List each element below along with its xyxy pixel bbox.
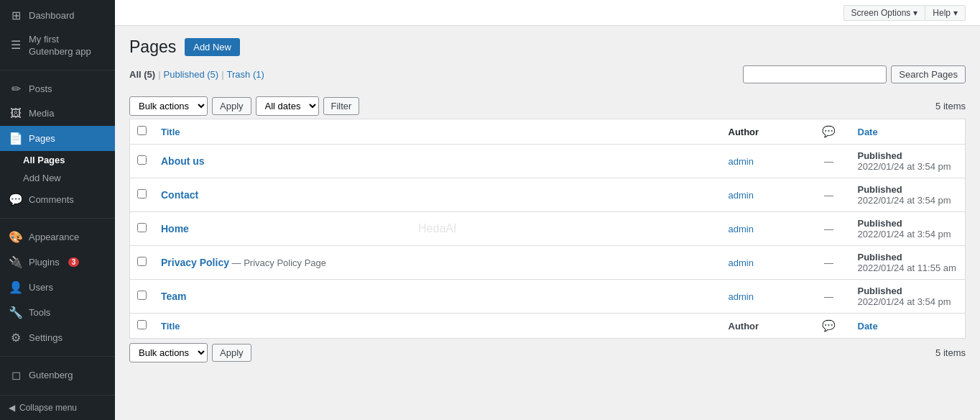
row-checkbox-cell [130,212,154,246]
comments-header: 💬 [808,119,851,145]
row-comment-cell: — [808,246,851,280]
search-input[interactable] [743,65,887,83]
sidebar-item-label: Dashboard [29,10,75,21]
sidebar-item-settings[interactable]: ⚙ Settings [0,325,115,350]
author-link[interactable]: admin [729,224,754,234]
sidebar-item-users[interactable]: 👤 Users [0,275,115,300]
row-checkbox-cell [130,280,154,314]
comment-dash: — [824,257,833,268]
bulk-actions-select-top[interactable]: Bulk actions [129,96,208,116]
pages-icon: 📄 [9,132,23,145]
row-checkbox[interactable] [137,189,147,198]
page-title-link[interactable]: Contact [161,189,198,201]
table-body: About us admin — Published 2022/01/24 at… [130,145,966,314]
author-link[interactable]: admin [729,257,754,268]
search-pages-button[interactable]: Search Pages [891,65,966,83]
row-checkbox[interactable] [137,223,147,232]
title-sort-link[interactable]: Title [161,127,180,137]
page-header: Pages Add New [129,37,966,57]
select-all-header [130,119,154,145]
sidebar-item-tools[interactable]: 🔧 Tools [0,300,115,325]
date-footer-header[interactable]: Date [851,314,966,339]
help-chevron-icon: ▾ [953,8,958,18]
dates-select[interactable]: All dates [256,96,319,116]
comments-icon: 💬 [9,193,23,206]
row-comment-cell: — [808,212,851,246]
date-header[interactable]: Date [851,119,966,145]
row-comment-cell: — [808,145,851,178]
gutenberg-icon: ◻ [9,368,23,382]
comments-footer-header: 💬 [808,314,851,339]
add-new-button[interactable]: Add New [185,38,240,56]
help-label: Help [933,8,951,18]
table-row: Contact admin — Published 2022/01/24 at … [130,178,966,212]
row-author-cell: admin [721,280,808,314]
author-link[interactable]: admin [729,291,754,302]
sidebar-item-label: Plugins [29,257,60,268]
date-status: Published [858,184,902,195]
filter-published[interactable]: Published (5) [164,69,219,80]
select-all-footer [130,314,154,339]
sidebar-item-plugins[interactable]: 🔌 Plugins 3 [0,250,115,275]
date-status: Published [858,150,902,161]
bulk-actions-select-bottom[interactable]: Bulk actions [129,343,208,362]
row-checkbox[interactable] [137,257,147,266]
page-title-suffix: — Privacy Policy Page [229,257,326,268]
sidebar-item-label: Gutenberg [29,370,73,380]
sidebar-sub-item-all-pages[interactable]: All Pages [0,151,115,169]
filter-trash[interactable]: Trash (1) [227,69,264,80]
posts-icon: ✏ [9,82,23,96]
date-sort-link[interactable]: Date [858,127,878,137]
sidebar-item-gutenberg-app[interactable]: ☰ My firstGutenberg app [0,28,115,64]
items-count-bottom: 5 items [935,347,966,358]
row-comment-cell: — [808,280,851,314]
collapse-menu-label: Collapse menu [19,403,77,413]
date-value: 2022/01/24 at 11:55 am [858,262,956,273]
page-title-link[interactable]: About us [161,155,205,167]
sidebar-sub-item-add-new[interactable]: Add New [0,169,115,187]
screen-options-button[interactable]: Screen Options ▾ [843,5,925,21]
sidebar-item-label: Tools [29,307,50,318]
author-footer-header: Author [721,314,808,339]
sidebar-item-media[interactable]: 🖼 Media [0,101,115,126]
table-row: Privacy Policy — Privacy Policy Page adm… [130,246,966,280]
sidebar-item-appearance[interactable]: 🎨 Appearance [0,224,115,250]
table-footer-header-row: Title Author 💬 Date [130,314,966,339]
row-checkbox[interactable] [137,291,147,300]
title-footer-header[interactable]: Title [154,314,721,339]
sidebar-item-label: Media [29,108,54,119]
appearance-icon: 🎨 [9,230,23,244]
filter-button[interactable]: Filter [323,97,360,115]
apply-button-top[interactable]: Apply [212,97,251,115]
title-footer-sort-link[interactable]: Title [161,321,180,332]
row-date-cell: Published 2022/01/24 at 3:54 pm [851,280,966,314]
apply-button-bottom[interactable]: Apply [212,344,251,362]
filter-all[interactable]: All (5) [129,69,155,80]
page-title-link[interactable]: Privacy Policy [161,257,229,268]
date-value: 2022/01/24 at 3:54 pm [858,161,951,172]
collapse-menu-button[interactable]: ◀ Collapse menu [0,395,115,420]
sidebar-item-label: Settings [29,332,63,343]
users-icon: 👤 [9,280,23,294]
author-link[interactable]: admin [729,156,754,167]
row-checkbox[interactable] [137,155,147,165]
page-title-link[interactable]: Team [161,291,187,302]
plugins-badge: 3 [68,257,80,267]
sidebar-item-posts[interactable]: ✏ Posts [0,76,115,101]
sidebar-item-pages[interactable]: 📄 Pages [0,126,115,151]
help-button[interactable]: Help ▾ [925,5,966,21]
author-link[interactable]: admin [729,190,754,201]
date-footer-sort-link[interactable]: Date [858,321,878,332]
search-area: Search Pages [743,65,966,83]
title-header[interactable]: Title [154,119,721,145]
select-all-footer-checkbox[interactable] [137,320,147,329]
sidebar-item-label: Posts [29,83,52,94]
sidebar-item-comments[interactable]: 💬 Comments [0,187,115,212]
topbar: Screen Options ▾ Help ▾ [115,0,980,26]
sidebar-item-dashboard[interactable]: ⊞ Dashboard [0,3,115,28]
date-status: Published [858,286,902,296]
page-title-link[interactable]: Home [161,223,189,234]
sidebar-item-gutenberg[interactable]: ◻ Gutenberg [0,362,115,388]
plugins-icon: 🔌 [9,255,23,269]
select-all-checkbox[interactable] [137,126,147,135]
